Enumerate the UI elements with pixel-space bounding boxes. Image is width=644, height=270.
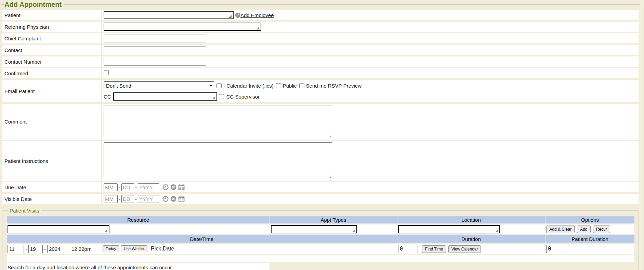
cc-input[interactable] xyxy=(113,92,217,101)
find-time-button[interactable]: Find Time xyxy=(422,245,446,253)
contact-label: Contact xyxy=(2,45,101,55)
add-appointment-section: Add Appointment Patient ? Add Employee R… xyxy=(1,1,640,270)
patient-label: Patient xyxy=(2,10,101,20)
calendar-icon[interactable] xyxy=(178,196,185,202)
visible-date-year-input[interactable] xyxy=(138,195,159,203)
clock-icon[interactable] xyxy=(162,184,169,190)
date-separator: - xyxy=(135,196,137,202)
options-column-header: Options xyxy=(546,216,634,223)
clear-date-icon[interactable] xyxy=(170,196,176,202)
location-column-header: Location xyxy=(397,216,545,223)
appt-types-input[interactable] xyxy=(271,225,357,233)
duration-input[interactable] xyxy=(398,245,418,253)
visible-date-month-input[interactable] xyxy=(104,195,118,203)
contact-number-row: Contact Number xyxy=(2,56,639,67)
patient-combo xyxy=(104,11,233,19)
confirmed-row: Confirmed xyxy=(2,68,639,78)
visit-month-input[interactable] xyxy=(8,245,24,253)
calendar-icon[interactable] xyxy=(178,184,185,190)
date-separator: - xyxy=(119,184,120,190)
pick-date-link[interactable]: Pick Date xyxy=(151,246,174,252)
due-date-day-input[interactable] xyxy=(121,183,134,191)
contact-number-input[interactable] xyxy=(104,58,206,66)
visible-date-label: Visible Date xyxy=(2,194,101,204)
cc-supervisor-label: CC Supervisor xyxy=(226,94,260,100)
visit-datetime-row: - - Today Use Waitlist Pick Date Find Ti… xyxy=(7,244,634,254)
public-label: Public xyxy=(283,83,297,89)
cc-combo xyxy=(113,92,216,101)
clock-icon[interactable] xyxy=(162,196,169,202)
appt-types-combo xyxy=(271,225,356,233)
chief-complaint-label: Chief Complaint xyxy=(2,33,101,43)
search-day-location-link[interactable]: Search for a day and location where all … xyxy=(8,265,173,270)
location-combo xyxy=(398,225,499,233)
location-input[interactable] xyxy=(398,225,500,233)
appointment-form: Patient ? Add Employee Referring Physici… xyxy=(2,9,639,205)
recur-button[interactable]: Recur xyxy=(593,226,610,233)
patient-visits-section: Patient Visits Resource Appt Types Locat… xyxy=(2,208,639,270)
resource-input[interactable] xyxy=(8,225,109,233)
due-date-label: Due Date xyxy=(2,182,101,192)
patient-instructions-textarea[interactable] xyxy=(104,142,332,178)
public-checkbox[interactable] xyxy=(276,83,281,88)
patient-duration-column-header: Patient Duration xyxy=(546,235,634,243)
visits-search-row: Search for a day and location where all … xyxy=(7,263,634,270)
add-button[interactable]: Add xyxy=(577,226,590,233)
appt-types-column-header: Appt Types xyxy=(270,216,396,223)
comment-label: Comment xyxy=(2,104,101,140)
patient-visits-table: Resource Appt Types Location Options xyxy=(6,215,635,270)
visit-day-input[interactable] xyxy=(28,245,43,253)
ical-invite-checkbox[interactable] xyxy=(216,83,222,88)
contact-row: Contact xyxy=(2,45,639,55)
preview-link[interactable]: Preview xyxy=(343,83,362,89)
due-date-month-input[interactable] xyxy=(104,183,118,191)
date-separator: - xyxy=(25,246,27,252)
help-icon[interactable]: ? xyxy=(235,13,240,18)
cc-supervisor-checkbox[interactable] xyxy=(219,94,224,99)
confirmed-label: Confirmed xyxy=(2,68,101,78)
comment-textarea[interactable] xyxy=(104,105,332,137)
visits-datetime-header-row: Date/Time Duration Patient Duration xyxy=(7,235,634,243)
visits-spacer-row xyxy=(7,255,634,262)
view-calendar-button[interactable]: View Calendar xyxy=(448,245,481,253)
patient-duration-input[interactable] xyxy=(546,245,566,253)
use-waitlist-button[interactable]: Use Waitlist xyxy=(121,245,147,252)
contact-input[interactable] xyxy=(104,46,206,54)
rsvp-checkbox[interactable] xyxy=(299,83,304,88)
comment-row: Comment xyxy=(2,104,639,140)
resource-combo xyxy=(8,225,109,233)
clear-date-icon[interactable] xyxy=(170,184,176,190)
patient-instructions-row: Patient Instructions xyxy=(2,141,639,181)
chief-complaint-row: Chief Complaint xyxy=(2,33,639,43)
ical-invite-label: I-Calendar Invite (.ics) xyxy=(223,83,274,89)
email-send-select[interactable]: Don't Send xyxy=(104,81,214,90)
patient-visits-legend: Patient Visits xyxy=(8,208,41,214)
today-button[interactable]: Today xyxy=(103,245,119,252)
chief-complaint-input[interactable] xyxy=(104,35,206,42)
referring-physician-row: Referring Physician xyxy=(2,22,639,32)
email-patient-label: Email Patient xyxy=(2,80,101,102)
visits-header-row: Resource Appt Types Location Options xyxy=(7,216,634,223)
due-date-row: Due Date - - xyxy=(2,182,639,192)
email-patient-row: Email Patient Don't Send I-Calendar Invi… xyxy=(2,80,639,102)
due-date-year-input[interactable] xyxy=(138,183,159,191)
referring-physician-input[interactable] xyxy=(104,23,261,31)
patient-input[interactable] xyxy=(104,11,234,19)
contact-number-label: Contact Number xyxy=(2,56,101,67)
visible-date-row: Visible Date - - xyxy=(2,194,639,204)
duration-column-header: Duration xyxy=(397,235,545,243)
date-separator: - xyxy=(135,184,137,190)
visible-date-day-input[interactable] xyxy=(121,195,134,203)
visit-year-input[interactable] xyxy=(47,245,67,253)
referring-physician-label: Referring Physician xyxy=(2,22,101,32)
rsvp-label: Send me RSVP xyxy=(306,83,342,89)
referring-physician-combo xyxy=(104,23,261,31)
page-title: Add Appointment xyxy=(4,1,64,9)
visit-time-input[interactable] xyxy=(70,245,97,253)
add-and-clear-button[interactable]: Add & Clear xyxy=(546,226,575,233)
visits-input-row: Add & Clear Add Recur xyxy=(7,224,634,234)
confirmed-checkbox[interactable] xyxy=(104,70,109,75)
date-separator: - xyxy=(44,246,46,252)
patient-row: Patient ? Add Employee xyxy=(2,10,639,20)
add-employee-link[interactable]: Add Employee xyxy=(240,12,274,18)
